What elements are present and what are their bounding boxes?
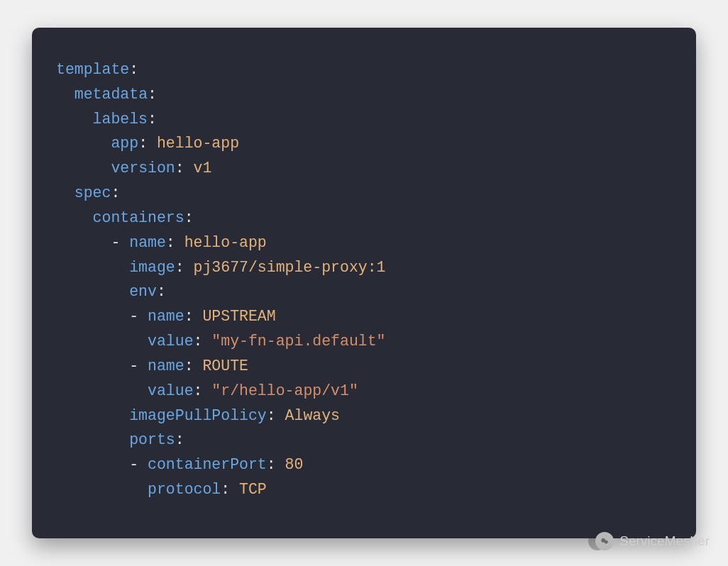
code-block: template: metadata: labels: app: hello-a…: [56, 57, 672, 502]
yaml-key: spec: [75, 184, 111, 201]
yaml-key: app: [111, 135, 138, 152]
yaml-key: containerPort: [148, 456, 267, 473]
yaml-key: metadata: [75, 86, 148, 103]
yaml-key: image: [129, 259, 175, 276]
yaml-value: ROUTE: [202, 357, 248, 374]
yaml-value: hello-app: [157, 135, 239, 152]
yaml-key: value: [148, 382, 194, 399]
svg-point-1: [605, 540, 608, 544]
yaml-value: hello-app: [184, 234, 267, 251]
wechat-icon: [595, 532, 614, 550]
yaml-key: name: [129, 234, 166, 251]
yaml-value: v1: [194, 160, 212, 177]
watermark-label: ServiceMesher: [619, 533, 710, 549]
yaml-value: Always: [285, 407, 340, 424]
yaml-key: version: [111, 160, 175, 177]
yaml-key: name: [148, 357, 184, 374]
yaml-key: name: [148, 308, 184, 325]
yaml-value: 80: [285, 456, 304, 473]
yaml-key: template: [56, 61, 129, 78]
yaml-value: "my-fn-api.default": [211, 333, 385, 350]
yaml-key: value: [148, 333, 194, 350]
yaml-value: TCP: [239, 481, 267, 498]
yaml-value: pj3677/simple-proxy:1: [194, 259, 386, 276]
yaml-value: "r/hello-app/v1": [211, 382, 358, 399]
yaml-key: labels: [93, 111, 148, 128]
yaml-key: protocol: [148, 481, 221, 498]
yaml-key: containers: [93, 209, 184, 226]
watermark: ServiceMesher: [595, 532, 710, 550]
yaml-key: env: [129, 283, 157, 300]
yaml-key: ports: [129, 431, 175, 448]
yaml-value: UPSTREAM: [202, 308, 275, 325]
code-card: template: metadata: labels: app: hello-a…: [32, 28, 696, 538]
yaml-key: imagePullPolicy: [129, 407, 267, 424]
